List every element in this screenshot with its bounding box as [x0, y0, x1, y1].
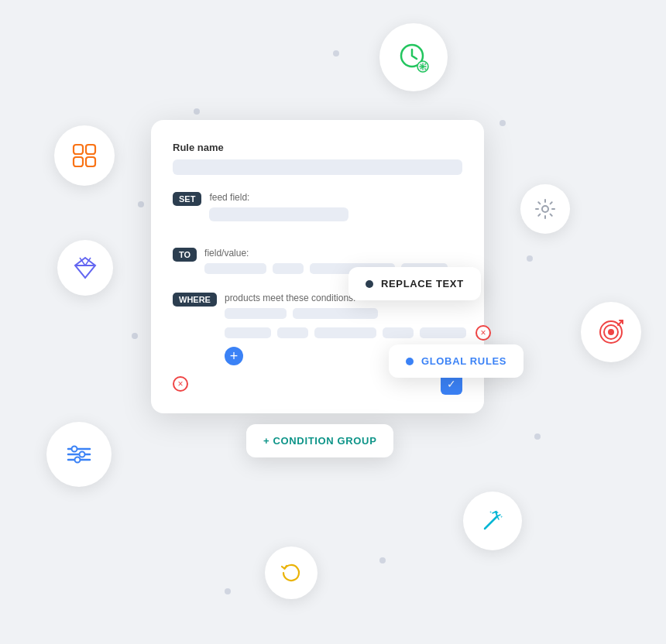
svg-point-16	[72, 447, 77, 452]
condition-2-input-1[interactable]	[225, 327, 271, 338]
global-rules-dot	[406, 358, 414, 365]
replace-text-label: REPLACE TEXT	[381, 278, 464, 289]
condition-2-x-spacer: ×	[475, 325, 491, 341]
condition-2-input-3[interactable]	[314, 327, 376, 338]
add-condition-btn[interactable]: +	[225, 347, 243, 365]
global-rules-popup[interactable]: GLOBAL RULES	[389, 344, 524, 378]
condition-group-popup[interactable]: + CONDITION GROUP	[246, 424, 393, 457]
deco-dot	[499, 120, 506, 126]
clock-gear-circle	[379, 23, 448, 91]
condition-2-input-4[interactable]	[383, 327, 414, 338]
global-rules-label: GLOBAL RULES	[421, 355, 506, 367]
refresh-icon	[279, 560, 304, 585]
sliders-circle	[46, 422, 112, 487]
svg-rect-6	[86, 157, 95, 166]
svg-text:+: +	[500, 514, 503, 519]
condition-2-input-5[interactable]	[420, 327, 466, 338]
svg-point-18	[75, 457, 81, 463]
svg-rect-3	[74, 145, 83, 154]
diamond-circle	[57, 240, 113, 296]
replace-text-popup[interactable]: REPLACE TEXT	[348, 267, 481, 300]
set-field-input[interactable]	[209, 207, 348, 221]
condition-1-input-1[interactable]	[225, 308, 287, 319]
deco-dot	[534, 433, 541, 440]
deco-dot	[138, 201, 144, 207]
refresh-circle	[265, 546, 318, 599]
clock-gear-icon	[397, 40, 431, 74]
svg-marker-7	[75, 258, 95, 278]
set-content: feed field:	[209, 192, 462, 235]
svg-rect-4	[86, 145, 95, 154]
target-icon	[596, 317, 626, 347]
deco-dot	[225, 588, 231, 594]
scene: ✦ + + Rule name SET feed field:	[0, 0, 666, 644]
check-icon: ✓	[447, 378, 456, 390]
svg-point-17	[80, 452, 85, 457]
grid-circle	[54, 125, 115, 186]
grid-icon	[70, 142, 98, 170]
deco-dot	[527, 255, 533, 262]
deco-dot	[379, 557, 386, 564]
deco-dot	[194, 108, 200, 115]
condition-2-input-2[interactable]	[277, 327, 308, 338]
diamond-icon	[72, 255, 98, 281]
rule-name-input[interactable]	[173, 159, 462, 175]
cancel-icon: ×	[177, 379, 183, 389]
set-row: SET feed field:	[173, 192, 462, 235]
set-badge: SET	[173, 192, 201, 206]
svg-line-19	[485, 516, 497, 529]
gear-circle	[520, 184, 570, 234]
to-input-2[interactable]	[273, 263, 304, 274]
to-badge: TO	[173, 248, 197, 262]
rule-name-label: Rule name	[173, 142, 462, 153]
condition-row-2: ×	[225, 325, 491, 341]
condition-group-label: + CONDITION GROUP	[263, 435, 376, 447]
replace-text-dot	[366, 280, 373, 288]
cancel-btn[interactable]: ×	[173, 376, 188, 392]
to-field-label: field/value:	[204, 248, 462, 259]
wand-icon: ✦ + +	[479, 507, 506, 535]
svg-point-2	[421, 65, 424, 68]
x-icon: ×	[480, 327, 486, 338]
sliders-icon	[64, 439, 94, 470]
svg-text:+: +	[489, 509, 493, 514]
deco-dot	[333, 50, 339, 57]
svg-point-11	[608, 329, 614, 335]
svg-point-8	[542, 206, 548, 212]
to-input-1[interactable]	[204, 263, 266, 274]
plus-icon: +	[230, 349, 239, 363]
wand-circle: ✦ + +	[463, 492, 522, 550]
svg-rect-5	[74, 157, 83, 166]
condition-1-input-2[interactable]	[293, 308, 378, 319]
target-circle	[581, 302, 641, 362]
gear-icon	[534, 197, 557, 221]
condition-row-1	[225, 308, 491, 319]
condition-2-remove-btn[interactable]: ×	[475, 325, 491, 341]
svg-line-23	[497, 516, 499, 519]
deco-dot	[132, 333, 138, 339]
svg-text:✦: ✦	[494, 509, 499, 516]
where-badge: WHERE	[173, 293, 217, 307]
set-field-label: feed field:	[209, 192, 462, 203]
